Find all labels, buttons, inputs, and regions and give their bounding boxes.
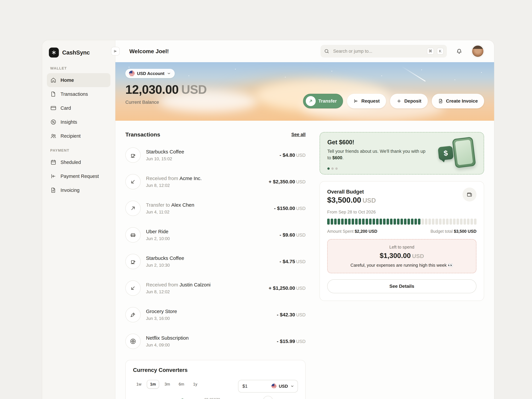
promo-dot[interactable] xyxy=(327,167,330,170)
progress-segment xyxy=(373,219,375,225)
promo-dot[interactable] xyxy=(331,167,334,170)
sidebar-item-label: Sheduled xyxy=(61,160,81,165)
promo-pagination xyxy=(327,167,338,170)
progress-segment xyxy=(362,219,365,225)
progress-segment xyxy=(348,219,351,225)
transaction-icon-circle xyxy=(125,227,141,243)
main-area: Welcome Joel! ⌘ K xyxy=(115,40,494,399)
see-all-link[interactable]: See all xyxy=(291,132,306,137)
sidebar-item-transactions[interactable]: Transactions xyxy=(47,87,110,101)
transaction-row[interactable]: Uber RideJun 2, 10:00- $9.60USD xyxy=(125,222,306,248)
from-amount-field[interactable]: USD xyxy=(238,380,298,393)
user-avatar[interactable] xyxy=(471,45,484,57)
transaction-icon-circle xyxy=(125,174,141,189)
transaction-info: Starbucks CoffeeJun 2, 10:30 xyxy=(146,255,274,268)
transaction-date: Jun 8, 12:02 xyxy=(146,289,263,294)
transaction-row[interactable]: Received from Acme Inc.Jun 8, 12:02+ $2,… xyxy=(125,168,306,195)
transaction-icon-circle xyxy=(125,254,141,269)
transaction-row[interactable]: Starbucks CoffeeJun 2, 10:30- $4.75USD xyxy=(125,248,306,275)
progress-segment xyxy=(338,219,340,225)
transaction-amount: - $9.60USD xyxy=(280,232,306,238)
amount-input[interactable] xyxy=(242,383,269,389)
transaction-info: Starbucks CoffeeJun 10, 15:02 xyxy=(146,149,274,161)
progress-segment xyxy=(470,219,473,225)
see-details-button[interactable]: See Details xyxy=(327,279,476,293)
car-icon xyxy=(130,232,136,238)
progress-segment xyxy=(397,219,399,225)
request-button[interactable]: Request xyxy=(347,94,386,108)
transaction-date: Jun 2, 10:00 xyxy=(146,236,274,241)
search-input[interactable] xyxy=(332,48,424,54)
progress-segment xyxy=(463,219,466,225)
progress-segment xyxy=(400,219,403,225)
progress-segment xyxy=(334,219,337,225)
transaction-icon-circle xyxy=(125,307,141,322)
sidebar-item-sheduled[interactable]: Sheduled xyxy=(47,155,110,169)
sidebar-item-label: Invoicing xyxy=(61,188,79,193)
transaction-amount: - $4.80USD xyxy=(280,152,306,158)
account-selector[interactable]: USD Account xyxy=(125,69,175,78)
sidebar-item-label: Home xyxy=(61,77,74,83)
transfer-button[interactable]: Transfer xyxy=(303,94,343,108)
transaction-row[interactable]: Transfer to Alex ChenJun 4, 11:02- $150.… xyxy=(125,195,306,222)
transaction-icon-circle xyxy=(125,280,141,296)
transaction-date: Jun 10, 15:02 xyxy=(146,156,274,161)
progress-segment xyxy=(460,219,462,225)
budget-title: Overall Budget xyxy=(327,189,376,195)
progress-segment xyxy=(435,219,438,225)
range-tab-6m[interactable]: 6m xyxy=(175,380,188,388)
transaction-row[interactable]: Netflix SubscriptionJun 4, 09:00- $15.99… xyxy=(125,328,306,355)
sidebar-item-card[interactable]: Card xyxy=(47,101,110,115)
request-icon xyxy=(353,98,359,104)
collapse-icon xyxy=(113,49,117,54)
left-to-spend-panel: Left to spend $1,300.00USD Careful, your… xyxy=(327,239,476,273)
sidebar-section-label: WALLET xyxy=(47,66,110,70)
range-tab-1y[interactable]: 1y xyxy=(190,380,201,388)
transaction-row[interactable]: Received from Justin CalzoniJun 8, 12:02… xyxy=(125,275,306,301)
wallet-icon xyxy=(466,191,473,198)
sidebar-item-recipient[interactable]: Recipient xyxy=(47,129,110,143)
carrot-icon xyxy=(130,311,136,318)
collapse-sidebar-button[interactable] xyxy=(111,47,120,56)
transaction-info: Received from Acme Inc.Jun 8, 12:02 xyxy=(146,176,263,188)
transaction-row[interactable]: Starbucks CoffeeJun 10, 15:02- $4.80USD xyxy=(125,142,306,168)
progress-segment xyxy=(439,219,442,225)
overall-budget-card: Overall Budget $3,500.00USD From Sep 28 … xyxy=(320,181,484,301)
us-flag-icon xyxy=(272,384,277,389)
deposit-button[interactable]: Deposit xyxy=(390,94,428,108)
logo: CashSync xyxy=(47,48,110,57)
budget-progress-bar xyxy=(327,219,476,225)
film-icon xyxy=(130,338,136,345)
topbar: Welcome Joel! ⌘ K xyxy=(115,40,494,62)
swap-currencies-button[interactable] xyxy=(263,396,273,399)
progress-segment xyxy=(352,219,354,225)
transaction-name: Starbucks Coffee xyxy=(146,255,274,261)
deposit-label: Deposit xyxy=(404,98,421,104)
transaction-date: Jun 3, 16:00 xyxy=(146,316,272,321)
search-bar[interactable]: ⌘ K xyxy=(321,45,447,57)
range-tab-1w[interactable]: 1w xyxy=(133,380,145,388)
create-invoice-button[interactable]: Create Invoice xyxy=(432,94,484,108)
progress-segment xyxy=(428,219,431,225)
transaction-info: Received from Justin CalzoniJun 8, 12:02 xyxy=(146,282,263,294)
progress-segment xyxy=(376,219,379,225)
notifications-button[interactable] xyxy=(454,45,465,57)
wallet-button[interactable] xyxy=(462,188,476,202)
promo-dot[interactable] xyxy=(335,167,338,170)
sidebar-item-payment-request[interactable]: Payment Request xyxy=(47,169,110,183)
sidebar-item-label: Payment Request xyxy=(61,174,99,179)
sidebar-item-home[interactable]: Home xyxy=(47,73,110,87)
insights-icon xyxy=(50,119,57,125)
transaction-info: Uber RideJun 2, 10:00 xyxy=(146,229,274,241)
transaction-name: Transfer to Alex Chen xyxy=(146,202,269,208)
range-tab-3m[interactable]: 3m xyxy=(161,380,173,388)
sidebar-item-invoicing[interactable]: Invoicing xyxy=(47,183,110,197)
transaction-row[interactable]: Grocery StoreJun 3, 16:00- $42.30USD xyxy=(125,301,306,328)
sidebar-item-label: Card xyxy=(61,105,71,111)
banner-content: USD Account 12,030.00USD Current Balance… xyxy=(115,62,494,121)
range-tab-1m[interactable]: 1m xyxy=(147,380,159,388)
invoice-icon xyxy=(50,187,57,193)
transaction-info: Netflix SubscriptionJun 4, 09:00 xyxy=(146,335,272,348)
us-flag-icon xyxy=(129,71,135,76)
sidebar-item-insights[interactable]: Insights xyxy=(47,115,110,129)
